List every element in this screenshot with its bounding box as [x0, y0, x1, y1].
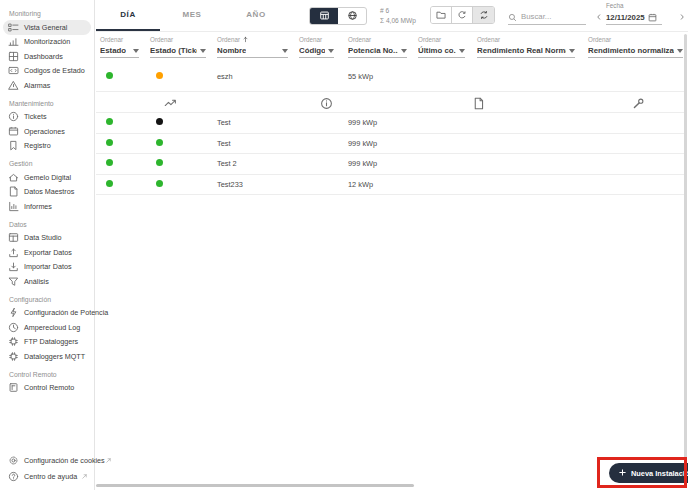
table-row[interactable]: eszh55 kWp [96, 62, 684, 92]
sidebar-section-title: Configuración [9, 296, 94, 303]
table-view-toggle[interactable] [310, 8, 338, 24]
view-toggle [309, 7, 367, 25]
table-header-row: OrdenarEstadoOrdenarEstado (Ticke...Orde… [96, 33, 684, 62]
table-row[interactable]: Test999 kWp [96, 134, 684, 155]
sidebar-item-alarmas[interactable]: Alarmas [3, 78, 91, 93]
chevron-down-icon [569, 49, 575, 53]
funnel-icon [8, 276, 19, 287]
next-date-button[interactable] [677, 11, 687, 23]
status-dot [106, 72, 113, 79]
bar-chart-icon [8, 36, 19, 47]
calendar-grid-icon [8, 126, 19, 137]
tab-mes[interactable]: MES [160, 0, 224, 31]
sidebar-item-data-studio[interactable]: Data Studio [3, 231, 91, 246]
search-input[interactable] [521, 12, 581, 21]
info-circle-icon [8, 111, 19, 122]
folder-button[interactable] [431, 7, 452, 23]
sidebar-item-amperecloud-log[interactable]: Amperecloud Log [3, 320, 91, 335]
sidebar-item-an-lisis[interactable]: Análisis [3, 274, 91, 289]
sidebar-item-label: Dashboards [24, 52, 63, 61]
document-icon [8, 186, 19, 197]
sidebar-item-configuraci-n-de-potencia[interactable]: Configuración de Potencia [3, 306, 91, 321]
sidebar-item-codigos-de-estado[interactable]: Codigos de Estado [3, 64, 91, 79]
column-sort-control[interactable]: Rendimiento normalizado ... [588, 44, 683, 58]
status-dot [106, 159, 113, 166]
previous-date-button[interactable] [594, 11, 604, 23]
vertical-scrollbar[interactable] [684, 34, 687, 484]
sidebar-item-datos-maestros[interactable]: Datos Maestros [3, 185, 91, 200]
column-sort-control[interactable]: Último co... [418, 44, 465, 58]
horizontal-scrollbar[interactable] [96, 484, 414, 487]
table-row[interactable]: Test23312 kWp [96, 175, 684, 196]
auto-refresh-button[interactable] [473, 7, 494, 23]
tab-año[interactable]: AÑO [224, 0, 288, 31]
new-installation-button[interactable]: Nueva Instalación [609, 463, 688, 483]
potencia-cell: 55 kWp [344, 72, 414, 81]
chevron-down-icon [133, 49, 139, 53]
sidebar-item-label: Exportar Datos [24, 248, 72, 257]
sidebar-section-title: Gestión [9, 160, 94, 167]
column-label: Rendimiento Real Normaliz... [477, 46, 566, 55]
trend-icon[interactable] [164, 96, 177, 109]
estado-cell [96, 159, 146, 168]
table-row[interactable]: Test 2999 kWp [96, 154, 684, 175]
sidebar-item-informes[interactable]: Informes [3, 199, 91, 214]
nombre-cell: Test 2 [213, 159, 295, 168]
digital-twin-icon [8, 172, 19, 183]
ticket-status-dot [156, 118, 163, 125]
column-sort-control[interactable]: Código... [299, 44, 334, 58]
sidebar-item-monitorizaci-n[interactable]: Monitorización [3, 35, 91, 50]
sidebar-item-gemelo-digital[interactable]: Gemelo Digital [3, 170, 91, 185]
map-view-toggle[interactable] [338, 8, 366, 24]
bookmark-icon [8, 140, 19, 151]
column-header-7: OrdenarRendimiento Real Normaliz... [473, 33, 584, 62]
dashboard-icon [8, 51, 19, 62]
sort-caption: Ordenar [588, 36, 684, 43]
nombre-cell: Test233 [213, 180, 295, 189]
sidebar-item-dashboards[interactable]: Dashboards [3, 49, 91, 64]
ticket-estado-cell [146, 72, 213, 81]
status-dot [106, 139, 113, 146]
sidebar-footer-centro-de-ayuda[interactable]: Centro de ayuda [3, 468, 92, 484]
sort-caption: Ordenar [150, 36, 213, 43]
sidebar-item-control-remoto[interactable]: Control Remoto [3, 381, 91, 396]
calendar-icon[interactable] [648, 8, 657, 26]
sidebar-item-tickets[interactable]: Tickets [3, 110, 91, 125]
estado-cell [96, 72, 146, 81]
sidebar-item-exportar-datos[interactable]: Exportar Datos [3, 245, 91, 260]
column-sort-control[interactable]: Rendimiento Real Normaliz... [477, 44, 575, 58]
sidebar-item-label: Vista General [24, 23, 67, 32]
wrench-icon[interactable] [632, 96, 645, 109]
column-sort-control[interactable]: Nombre [217, 44, 288, 58]
sidebar-item-operaciones[interactable]: Operaciones [3, 124, 91, 139]
table-row[interactable]: Test999 kWp [96, 113, 684, 134]
sidebar-sections: MonitoringVista GeneralMonitorizaciónDas… [0, 10, 94, 395]
sidebar-item-dataloggers-mqtt[interactable]: Dataloggers MQTT [3, 349, 91, 364]
sort-caption: Ordenar [348, 36, 414, 43]
sidebar-section-title: Monitoring [9, 10, 94, 17]
sidebar-item-label: Data Studio [24, 233, 62, 242]
sidebar-item-vista-general[interactable]: Vista General [3, 20, 91, 35]
sidebar-item-importar-datos[interactable]: Importar Datos [3, 260, 91, 275]
sidebar-footer-configuraci-n-de-cookies[interactable]: Configuración de cookies [3, 452, 92, 468]
sidebar-footer: Configuración de cookiesCentro de ayuda [0, 452, 95, 484]
sync-icon [479, 6, 489, 24]
info-circle-icon[interactable] [320, 96, 333, 109]
chevron-down-icon [200, 49, 206, 53]
date-input[interactable] [606, 13, 648, 22]
sort-caption: Ordenar [477, 36, 584, 43]
sidebar-item-registro[interactable]: Registro [3, 139, 91, 154]
toolbar: DÍAMESAÑO # 6 Σ 4,06 MWp [96, 0, 688, 32]
gear-icon [8, 455, 19, 466]
refresh-button[interactable] [452, 7, 473, 23]
tab-día[interactable]: DÍA [96, 0, 160, 31]
external-link-icon [81, 473, 88, 480]
sidebar-item-label: Análisis [24, 277, 49, 286]
sidebar-item-ftp-dataloggers[interactable]: FTP Dataloggers [3, 335, 91, 350]
column-sort-control[interactable]: Potencia No... [348, 44, 407, 58]
potencia-cell: 999 kWp [344, 159, 414, 168]
column-sort-control[interactable]: Estado [100, 44, 139, 58]
potencia-cell: 12 kWp [344, 180, 414, 189]
column-sort-control[interactable]: Estado (Ticke... [150, 44, 206, 58]
document-icon[interactable] [472, 96, 485, 109]
